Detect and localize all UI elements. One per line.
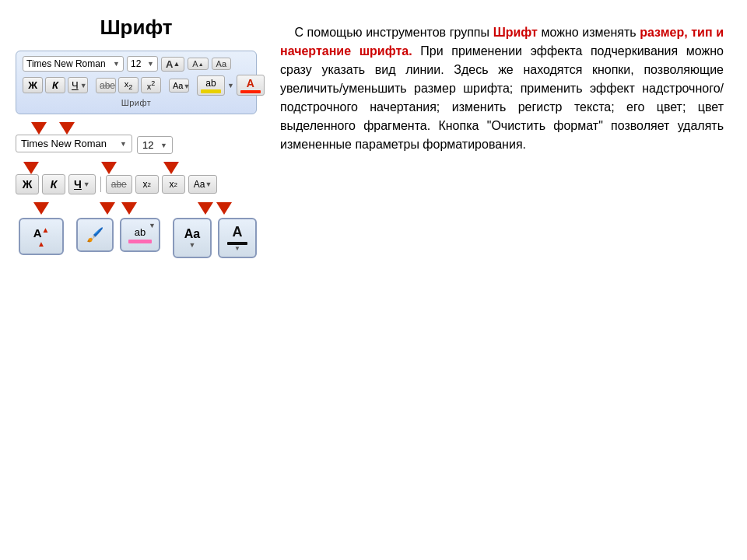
underline-label: Ч <box>72 79 79 91</box>
ribbon-box: Times New Roman ▼ 12 ▼ A▲ A▲ Aa Ж К Ч ▼ <box>16 51 257 114</box>
arrows-top-row <box>31 122 257 135</box>
arrow9 <box>198 202 213 215</box>
underline-button[interactable]: Ч ▼ <box>68 77 88 93</box>
left-panel: Шрифт Times New Roman ▼ 12 ▼ A▲ A▲ Aa Ж <box>16 16 257 544</box>
exp-subscript-button[interactable]: x2 <box>135 175 159 194</box>
eraser-icon: 🖌️ <box>86 226 103 243</box>
exp-change-case-button[interactable]: Aa▼ <box>188 175 218 194</box>
font-color-group: Aa ▼ A ▼ <box>173 202 257 258</box>
arrow10 <box>216 202 232 215</box>
arrow7 <box>100 202 115 215</box>
exp-superscript-button[interactable]: x2 <box>162 175 185 194</box>
decrease-font-button[interactable]: A▲ <box>188 58 208 70</box>
arrow1 <box>31 122 47 135</box>
exp-italic-button[interactable]: К <box>42 174 65 194</box>
expanded-font-size[interactable]: 12 ▼ <box>137 136 173 154</box>
underline-arrow: ▼ <box>80 82 87 89</box>
font-color-dd: ▼ <box>234 245 240 252</box>
main-paragraph: С помощью инструментов группы Шрифт можн… <box>280 23 724 154</box>
change-case-button[interactable]: Aa▼ <box>169 79 189 93</box>
right-panel: С помощью инструментов группы Шрифт можн… <box>272 16 731 544</box>
bottom-section: A▲ ▲ 🖌️ ab ▼ <box>19 202 257 258</box>
page-title: Шрифт <box>16 16 257 40</box>
expanded-font-size-value: 12 <box>142 139 153 151</box>
font-size-big-button[interactable]: A▲ ▲ <box>19 218 64 255</box>
size-arrows-row <box>33 202 49 215</box>
highlight-label: ab <box>205 78 216 89</box>
font-color-large-label: A <box>233 224 243 240</box>
exp-underline-label: Ч <box>74 178 82 191</box>
highlight-arrows-row <box>100 202 137 215</box>
text-content: С помощью инструментов группы Шрифт можн… <box>280 23 724 154</box>
expanded-font-name[interactable]: Times New Roman ▼ <box>16 135 132 152</box>
subscript-button[interactable]: x2 <box>118 77 139 93</box>
change-case-large-button[interactable]: Aa ▼ <box>173 218 212 258</box>
font-size-arrow: ▼ <box>147 60 154 68</box>
exp-underline-arrow: ▼ <box>83 180 90 188</box>
arrow2 <box>59 122 75 135</box>
ribbon-label: Шрифт <box>23 98 250 107</box>
font-size-big-sub: ▲ <box>37 240 45 248</box>
font-name-arrow: ▼ <box>113 60 120 68</box>
highlight-button[interactable]: ab <box>197 75 225 96</box>
exp-divider1 <box>100 177 101 192</box>
font-size-dropdown[interactable]: 12 ▼ <box>127 56 158 72</box>
expanded-font-row: Times New Roman ▼ 12 ▼ <box>16 135 257 156</box>
superscript-button[interactable]: x2 <box>141 77 161 93</box>
arrow5 <box>163 162 179 174</box>
font-size-big-label: A▲ <box>33 226 50 240</box>
highlight-ab-label: ab <box>135 226 146 238</box>
font-size-group: A▲ ▲ <box>19 202 64 255</box>
highlight-group: 🖌️ ab ▼ <box>76 202 160 252</box>
font-name-dropdown[interactable]: Times New Roman ▼ <box>23 56 124 72</box>
increase-font-button[interactable]: A▲ <box>161 57 184 72</box>
exp-bold-button[interactable]: Ж <box>16 174 39 194</box>
highlight-arrow: ▼ <box>227 82 234 89</box>
font-color-button[interactable]: A <box>237 75 265 96</box>
highlight-dropdown-arrow: ▼ <box>149 222 156 229</box>
exp-underline-button[interactable]: Ч ▼ <box>68 174 96 194</box>
font-color-large-button[interactable]: A ▼ <box>218 218 257 258</box>
exp-strikethrough-button[interactable]: abe <box>106 175 132 194</box>
change-case-large-label: Aa <box>184 227 200 241</box>
highlight-buttons-row: 🖌️ ab ▼ <box>76 218 160 252</box>
strikethrough-button[interactable]: abe <box>96 78 116 93</box>
font-size-value: 12 <box>131 58 141 69</box>
font-name-value: Times New Roman <box>26 58 106 69</box>
arrow4 <box>101 162 117 174</box>
expanded-size-arrow: ▼ <box>160 142 167 149</box>
italic-button[interactable]: К <box>45 77 65 93</box>
arrows-mid-row <box>23 162 257 174</box>
font-color-label: A <box>247 77 254 89</box>
expanded-format-row: Ж К Ч ▼ abe x2 x2 Aa▼ <box>16 174 257 194</box>
clear-format-button[interactable]: Aa <box>212 58 231 70</box>
arrow8 <box>121 202 137 215</box>
arrow6 <box>33 202 49 215</box>
bold-button[interactable]: Ж <box>23 77 43 93</box>
arrow3 <box>23 162 39 174</box>
ribbon-row2: Ж К Ч ▼ abe x2 x2 Aa▼ ab ▼ A <box>23 75 250 96</box>
color-arrows-row <box>198 202 232 215</box>
text-highlight-button[interactable]: ab ▼ <box>120 218 160 252</box>
color-buttons-row: Aa ▼ A ▼ <box>173 218 257 258</box>
font-color-bar <box>240 90 261 93</box>
eraser-button[interactable]: 🖌️ <box>76 218 114 252</box>
expanded-font-name-value: Times New Roman <box>21 138 107 149</box>
change-case-dd: ▼ <box>189 241 196 249</box>
highlight-color-bar <box>201 89 221 93</box>
highlight-word-shrift: Шрифт <box>493 26 538 39</box>
ribbon-row1: Times New Roman ▼ 12 ▼ A▲ A▲ Aa <box>23 56 250 72</box>
highlight-color-indicator <box>128 240 152 243</box>
expanded-font-arrow: ▼ <box>120 140 127 148</box>
